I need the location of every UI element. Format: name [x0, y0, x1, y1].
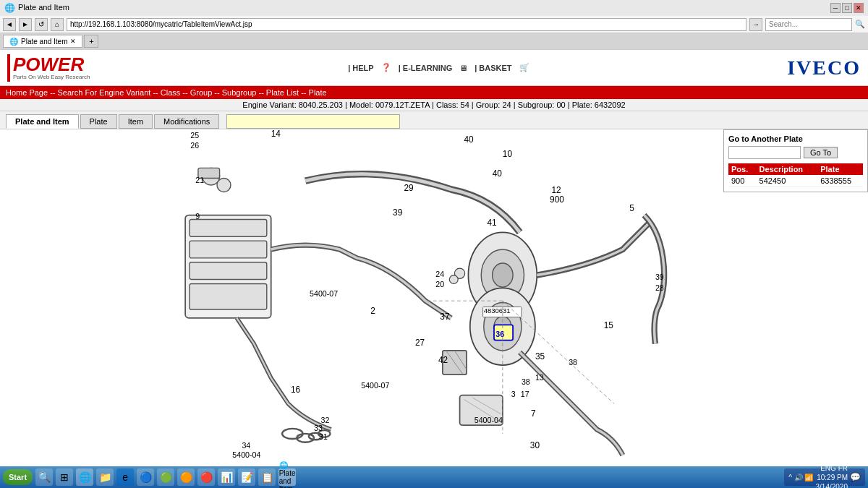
taskbar-edge-icon[interactable]: 🌐: [76, 468, 93, 486]
svg-rect-4: [190, 262, 267, 280]
taskbar-ie-icon[interactable]: e: [116, 468, 134, 486]
goto-button[interactable]: Go To: [804, 147, 838, 158]
clock: ENG FR 10:29 PM 3/14/2020: [816, 463, 848, 489]
browser-search[interactable]: [765, 18, 852, 31]
home-button[interactable]: ⌂: [51, 18, 64, 31]
logo-power: POWER Parts On Web Easy Research: [13, 55, 90, 80]
svg-text:32: 32: [320, 416, 329, 424]
svg-text:5400-04: 5400-04: [232, 450, 260, 459]
logo-power-text: POWER: [13, 55, 90, 74]
start-button[interactable]: Start: [3, 469, 33, 485]
svg-text:34: 34: [242, 441, 250, 450]
back-button[interactable]: ◄: [3, 18, 16, 31]
svg-text:12: 12: [551, 185, 561, 195]
taskbar-active-app[interactable]: 🌐 Plate and Item: [278, 468, 296, 486]
address-bar[interactable]: [67, 18, 746, 31]
svg-text:40: 40: [464, 134, 475, 145]
svg-text:20: 20: [435, 280, 444, 288]
svg-text:5: 5: [629, 203, 634, 213]
svg-text:3: 3: [511, 390, 516, 398]
tabs-row: Plate and Item Plate Item Modifications: [0, 111, 868, 129]
taskbar-extra5-icon[interactable]: 📊: [218, 468, 235, 486]
goto-row-pos: 900: [728, 175, 757, 187]
taskbar-extra7-icon[interactable]: 📋: [258, 468, 276, 486]
goto-row-desc: 542450: [757, 175, 818, 187]
elearning-icon: 🖥: [459, 64, 467, 72]
svg-rect-5: [190, 283, 267, 309]
restore-button[interactable]: □: [842, 3, 852, 13]
svg-point-8: [493, 263, 513, 287]
tab-plate[interactable]: Plate: [80, 114, 117, 129]
notification-icon[interactable]: 💬: [850, 472, 861, 482]
minimize-button[interactable]: ─: [830, 3, 841, 13]
goto-plate-input[interactable]: [728, 146, 801, 159]
new-tab-button[interactable]: +: [84, 35, 98, 48]
svg-rect-2: [190, 220, 267, 237]
basket-icon: 🛒: [519, 63, 529, 72]
system-tray: ^ 🔊 📶 ENG FR 10:29 PM 3/14/2020 💬: [784, 468, 865, 486]
svg-text:35: 35: [535, 351, 545, 361]
taskbar-extra2-icon[interactable]: 🟢: [157, 468, 174, 486]
svg-text:5400-07: 5400-07: [361, 381, 389, 390]
diagram-area: 40 10 40 12 900 29 39 41 25 26 21 9 14 5…: [0, 129, 868, 488]
taskbar-extra6-icon[interactable]: 📝: [238, 468, 255, 486]
svg-point-24: [449, 275, 458, 284]
browser-chrome: 🌐 Plate and Item ─ □ ✕ ◄ ► ↺ ⌂ → 🔍 🌐 Pla…: [0, 0, 868, 50]
svg-text:28: 28: [655, 283, 664, 292]
time-display: 10:29 PM: [816, 473, 848, 482]
tab-search-input[interactable]: [226, 114, 400, 129]
engine-info-text: Engine Variant: 8040.25.203 | Model: 007…: [242, 100, 625, 109]
main-content: 40 10 40 12 900 29 39 41 25 26 21 9 14 5…: [0, 129, 868, 488]
svg-text:5400-07: 5400-07: [310, 289, 338, 298]
basket-link[interactable]: | BASKET: [475, 64, 511, 72]
svg-text:39: 39: [393, 207, 403, 218]
tab-close-button[interactable]: ✕: [70, 38, 76, 45]
goto-table-row[interactable]: 900 542450 6338555: [728, 175, 863, 187]
svg-text:38: 38: [569, 358, 577, 367]
svg-text:5400-04: 5400-04: [475, 416, 503, 424]
tray-icons: ^ 🔊 📶: [788, 474, 813, 481]
svg-text:24: 24: [435, 270, 444, 278]
taskbar-extra3-icon[interactable]: 🟠: [177, 468, 195, 486]
browser-tab[interactable]: 🌐 Plate and Item ✕: [3, 35, 82, 48]
lang-day: ENG FR: [816, 463, 848, 473]
help-link[interactable]: | HELP: [348, 64, 373, 72]
goto-panel-title: Go to Another Plate: [728, 134, 863, 143]
taskbar-icons: 🔍 ⊞ 🌐 📁 e 🔵 🟢 🟠 🔴 📊 📝 📋 🌐 Plate and Item: [35, 468, 296, 486]
svg-text:25: 25: [190, 131, 199, 140]
browser-icon: 🌐: [4, 3, 15, 13]
tab-item[interactable]: Item: [119, 114, 153, 129]
taskbar-explorer-icon[interactable]: 📁: [96, 468, 114, 486]
svg-text:9: 9: [195, 213, 200, 221]
go-button[interactable]: →: [749, 18, 762, 31]
forward-button[interactable]: ►: [19, 18, 32, 31]
close-button[interactable]: ✕: [854, 3, 864, 13]
svg-text:21: 21: [195, 176, 204, 184]
svg-text:27: 27: [415, 338, 425, 348]
refresh-button[interactable]: ↺: [35, 18, 48, 31]
goto-col-desc: Description: [757, 163, 818, 175]
svg-text:900: 900: [550, 194, 564, 205]
taskbar-task-view-icon[interactable]: ⊞: [56, 468, 73, 486]
title-bar-left: 🌐 Plate and Item: [4, 3, 69, 13]
tab-icon: 🌐: [9, 38, 18, 46]
breadcrumb: Home Page -- Search For Engine Variant -…: [0, 86, 868, 99]
breadcrumb-text: Home Page -- Search For Engine Variant -…: [6, 88, 327, 97]
tab-plate-and-item[interactable]: Plate and Item: [6, 114, 79, 129]
svg-text:31: 31: [319, 432, 328, 441]
svg-text:2: 2: [370, 306, 375, 316]
elearning-link[interactable]: | E-LEARNING: [399, 64, 453, 72]
taskbar-extra-icon[interactable]: 🔵: [137, 468, 154, 486]
goto-row: Go To: [728, 146, 863, 159]
header-nav: | HELP ❓ | E-LEARNING 🖥 | BASKET 🛒: [348, 63, 529, 72]
svg-text:13: 13: [535, 373, 544, 382]
taskbar-search-icon: 🔍: [35, 468, 53, 486]
help-icon: ❓: [381, 63, 391, 72]
goto-panel: Go to Another Plate Go To Pos. Descripti…: [723, 129, 868, 192]
svg-text:7: 7: [531, 408, 536, 419]
goto-col-pos: Pos.: [728, 163, 757, 175]
svg-text:30: 30: [530, 440, 540, 450]
taskbar-extra4-icon[interactable]: 🔴: [197, 468, 215, 486]
svg-text:39: 39: [655, 273, 664, 281]
tab-modifications[interactable]: Modifications: [154, 114, 219, 129]
